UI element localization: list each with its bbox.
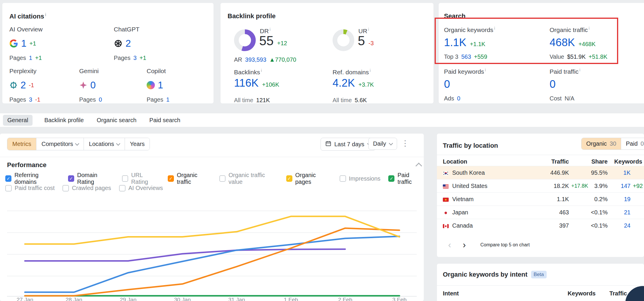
stat-ai-overview: AI Overview 1 +1 Pages1+1 bbox=[9, 26, 43, 61]
location-cell: Japan bbox=[443, 206, 468, 219]
pages-count[interactable]: 3 bbox=[133, 55, 137, 61]
toggle-paid[interactable]: Paid0 bbox=[621, 138, 644, 149]
chart-settings-group: Metrics Competitors Locations Years bbox=[7, 138, 150, 150]
table-row-vietnam[interactable]: Vietnam 1.1K 0.2% 19 bbox=[437, 192, 644, 206]
checkbox-domain-rating[interactable]: ✓Domain Rating bbox=[68, 172, 114, 185]
info-icon[interactable]: i bbox=[579, 68, 580, 72]
backlinks-value[interactable]: 116K bbox=[234, 77, 259, 89]
ref-domains-value[interactable]: 4.2K bbox=[333, 77, 355, 89]
checkbox-url-rating[interactable]: URL Rating bbox=[122, 172, 160, 185]
col-location[interactable]: Location bbox=[443, 157, 467, 166]
table-row-south-korea[interactable]: South Korea 446.9K 95.5% 1K bbox=[437, 166, 644, 179]
ar-value[interactable]: 393,593 bbox=[245, 56, 266, 63]
info-icon[interactable]: i bbox=[485, 68, 486, 72]
tab-paid-search[interactable]: Paid search bbox=[148, 115, 182, 126]
paid-traffic-value[interactable]: 0 bbox=[550, 78, 556, 90]
tab-backlink-profile[interactable]: Backlink profile bbox=[43, 115, 85, 126]
intent-title: Organic keywords by intent bbox=[443, 271, 528, 278]
col-share[interactable]: Share bbox=[581, 157, 608, 166]
pages-count[interactable]: 1 bbox=[166, 96, 170, 103]
info-icon[interactable]: i bbox=[494, 26, 495, 31]
keywords-cell[interactable]: 24 bbox=[613, 219, 631, 232]
chevron-down-icon bbox=[75, 141, 79, 145]
checkbox-crawled-pages[interactable]: Crawled pages bbox=[62, 185, 111, 191]
metrics-button[interactable]: Metrics bbox=[7, 138, 36, 150]
performance-line-chart[interactable]: 27 Jan28 Jan29 Jan30 Jan31 Jan1 Feb2 Feb… bbox=[0, 192, 424, 301]
next-page-arrow-icon[interactable]: › bbox=[463, 238, 466, 251]
checkbox-impressions[interactable]: Impressions bbox=[340, 175, 381, 182]
chart-x-axis-labels: 27 Jan28 Jan29 Jan30 Jan31 Jan1 Feb2 Feb… bbox=[16, 297, 406, 301]
keywords-cell[interactable]: 147 bbox=[613, 179, 631, 193]
search-title: Search bbox=[444, 12, 465, 20]
checkbox-paid-traffic[interactable]: ✓Paid traffic bbox=[388, 172, 424, 185]
info-icon[interactable]: i bbox=[45, 12, 46, 17]
collapse-section-button[interactable] bbox=[416, 164, 421, 169]
info-icon[interactable]: i bbox=[589, 26, 589, 31]
col-intent-keywords[interactable]: Keywords bbox=[560, 289, 596, 298]
info-icon[interactable]: i bbox=[370, 68, 371, 73]
citations-count[interactable]: 1 bbox=[158, 80, 163, 91]
info-icon[interactable]: i bbox=[270, 27, 270, 32]
checkbox-ai-overviews[interactable]: AI Overviews bbox=[119, 185, 163, 191]
dashboard-screen: AI citationsi AI Overview 1 +1 Pages1+1 … bbox=[0, 0, 644, 301]
pages-count[interactable]: 0 bbox=[99, 96, 102, 103]
col-intent[interactable]: Intent bbox=[443, 289, 459, 298]
tab-organic-search[interactable]: Organic search bbox=[96, 115, 138, 126]
table-row-united-states[interactable]: United States 18.2K +17.8K 3.9% 147 +92 bbox=[437, 179, 644, 193]
checkbox-organic-traffic-value[interactable]: Organic traffic value bbox=[219, 172, 278, 185]
paid-keywords-value[interactable]: 0 bbox=[444, 78, 450, 90]
backlink-profile-card: Backlink profile DRi 55 +12 AR 393,593 ▲… bbox=[221, 3, 433, 103]
top3-value[interactable]: 563 bbox=[461, 53, 471, 60]
pages-count[interactable]: 3 bbox=[29, 96, 32, 103]
toggle-organic[interactable]: Organic30 bbox=[582, 138, 621, 149]
years-button[interactable]: Years bbox=[125, 138, 150, 150]
keywords-cell[interactable]: 1K bbox=[613, 166, 631, 179]
ar-line: AR 393,593 ▲770,070 bbox=[234, 56, 296, 63]
citations-count[interactable]: 2 bbox=[21, 80, 26, 91]
organic-traffic-value[interactable]: 468K bbox=[550, 36, 575, 49]
checkbox-paid-traffic-cost[interactable]: Paid traffic cost bbox=[5, 185, 55, 191]
checkbox-organic-pages[interactable]: ✓Organic pages bbox=[286, 172, 332, 185]
more-options-kebab-icon[interactable]: ⋮ bbox=[401, 139, 409, 147]
checkbox-organic-traffic[interactable]: ✓Organic traffic bbox=[168, 172, 211, 185]
checkbox-referring-domains[interactable]: ✓Referring domains bbox=[5, 172, 60, 185]
ai-citations-card: AI citationsi AI Overview 1 +1 Pages1+1 … bbox=[2, 3, 213, 103]
search-title-text: Search bbox=[444, 12, 465, 20]
checkbox-label: Impressions bbox=[349, 175, 381, 182]
col-keywords[interactable]: Keywords bbox=[613, 157, 642, 166]
tab-general[interactable]: General bbox=[3, 115, 33, 126]
checkbox-icon bbox=[5, 185, 12, 191]
organic-keywords-value[interactable]: 1.1K bbox=[444, 36, 466, 49]
table-row-japan[interactable]: Japan 463 <0.1% 21 bbox=[437, 206, 644, 219]
competitors-label: Competitors bbox=[41, 141, 73, 147]
stat-label: Paid keywordsi bbox=[444, 68, 486, 75]
ads-value[interactable]: 0 bbox=[457, 95, 460, 102]
keywords-cell[interactable]: 19 bbox=[613, 193, 631, 206]
backlinks-delta: +106K bbox=[262, 81, 279, 88]
dr-gauge bbox=[234, 29, 256, 52]
dr-value-row: 55 +12 bbox=[259, 33, 287, 48]
competitors-button[interactable]: Competitors bbox=[36, 138, 84, 150]
citations-count[interactable]: 1 bbox=[21, 38, 26, 49]
keywords-cell[interactable]: 21 bbox=[613, 206, 631, 219]
pages-count[interactable]: 1 bbox=[29, 55, 32, 61]
table-row-canada[interactable]: Canada 397 <0.1% 24 bbox=[437, 219, 644, 232]
location-name: United States bbox=[452, 183, 487, 189]
citations-count[interactable]: 2 bbox=[126, 38, 131, 49]
granularity-dropdown[interactable]: Daily bbox=[368, 138, 397, 150]
prev-page-arrow-icon[interactable]: ‹ bbox=[448, 238, 451, 251]
info-icon[interactable]: i bbox=[368, 27, 369, 32]
date-range-dropdown[interactable]: Last 7 days bbox=[321, 138, 375, 151]
col-traffic[interactable]: Traffic bbox=[507, 157, 569, 166]
col-intent-traffic[interactable]: Traffic bbox=[604, 289, 627, 298]
locations-button[interactable]: Locations bbox=[84, 138, 125, 150]
canada-flag-icon bbox=[443, 224, 449, 228]
citations-count[interactable]: 0 bbox=[90, 80, 96, 91]
citations-delta: +1 bbox=[29, 40, 36, 47]
backlinks-label-text: Backlinks bbox=[234, 69, 260, 75]
checkbox-label: AI Overviews bbox=[128, 185, 163, 191]
location-cell: Canada bbox=[443, 219, 473, 232]
info-icon[interactable]: i bbox=[261, 68, 262, 73]
compare-top5-link[interactable]: Compare top 5 on chart bbox=[480, 238, 530, 251]
svg-text:28 Jan: 28 Jan bbox=[65, 297, 82, 301]
